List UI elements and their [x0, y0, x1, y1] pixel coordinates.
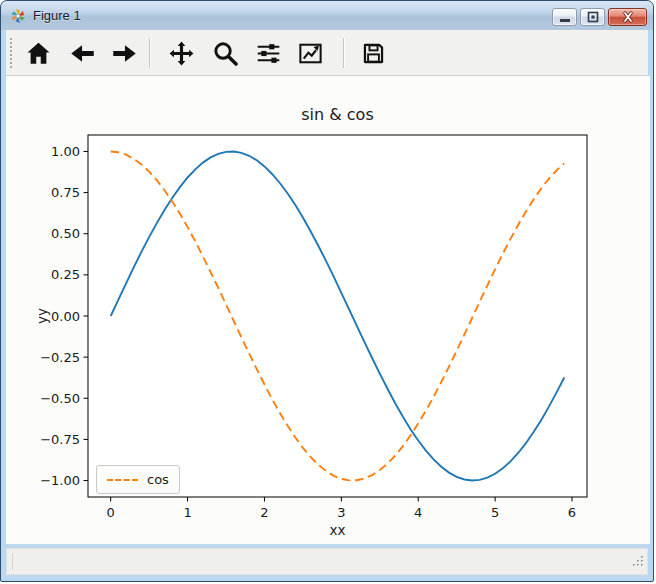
toolbar-forward-button[interactable]	[105, 34, 143, 72]
x-tick-label: 4	[414, 505, 422, 520]
toolbar-pan-button[interactable]	[162, 34, 200, 72]
y-axis-label: yy	[34, 308, 50, 324]
legend-cos-line-sample	[107, 479, 138, 481]
forward-icon	[111, 40, 138, 67]
y-tick-label: −0.75	[40, 432, 80, 447]
y-tick-label: −0.50	[40, 391, 80, 406]
minimize-icon	[557, 10, 573, 24]
resize-grip-icon[interactable]	[632, 554, 645, 572]
figure-window: Figure 1 0123456−1.00−0.75−0.50−0.250.00…	[0, 0, 654, 582]
legend-cos-label: cos	[147, 472, 169, 487]
x-tick-label: 3	[337, 505, 345, 520]
y-tick-label: 0.75	[51, 185, 80, 200]
maximize-icon	[585, 10, 601, 24]
toolbar-back-button[interactable]	[63, 34, 101, 72]
y-tick-label: −1.00	[40, 473, 80, 488]
window-title: Figure 1	[33, 8, 81, 23]
toolbar-configure-subplots-button[interactable]	[249, 34, 287, 72]
y-tick-label: 0.50	[51, 226, 80, 241]
close-button[interactable]	[608, 8, 647, 26]
save-icon	[360, 40, 387, 67]
toolbar	[6, 30, 648, 76]
pan-icon	[168, 40, 195, 67]
toolbar-separator	[343, 38, 344, 68]
y-tick-label: 1.00	[51, 144, 80, 159]
x-tick-label: 6	[568, 505, 576, 520]
x-tick-label: 1	[183, 505, 191, 520]
toolbar-zoom-button[interactable]	[206, 34, 244, 72]
status-bar	[6, 548, 648, 575]
toolbar-grip[interactable]	[10, 38, 13, 68]
matplotlib-logo-icon	[10, 8, 26, 24]
x-tick-label: 0	[107, 505, 115, 520]
x-tick-label: 5	[491, 505, 499, 520]
window-controls	[552, 8, 647, 26]
toolbar-separator	[149, 38, 150, 68]
y-tick-label: −0.25	[40, 350, 80, 365]
zoom-icon	[212, 40, 239, 67]
y-tick-label: 0.00	[51, 309, 80, 324]
figure-canvas[interactable]: 0123456−1.00−0.75−0.50−0.250.000.250.500…	[6, 76, 650, 544]
close-icon	[620, 10, 636, 24]
title-bar[interactable]: Figure 1	[1, 1, 653, 30]
chart-title: sin & cos	[88, 105, 587, 124]
back-icon	[69, 40, 96, 67]
maximize-button[interactable]	[580, 8, 605, 26]
minimize-button[interactable]	[552, 8, 577, 26]
line-chart-icon	[297, 40, 324, 67]
toolbar-edit-parameters-button[interactable]	[291, 34, 329, 72]
y-tick-label: 0.25	[51, 267, 80, 282]
toolbar-save-button[interactable]	[354, 34, 392, 72]
sliders-icon	[255, 40, 282, 67]
toolbar-home-button[interactable]	[19, 34, 57, 72]
home-icon	[25, 40, 52, 67]
x-tick-label: 2	[260, 505, 268, 520]
legend: cos	[96, 465, 180, 494]
x-axis-label: xx	[88, 522, 587, 538]
